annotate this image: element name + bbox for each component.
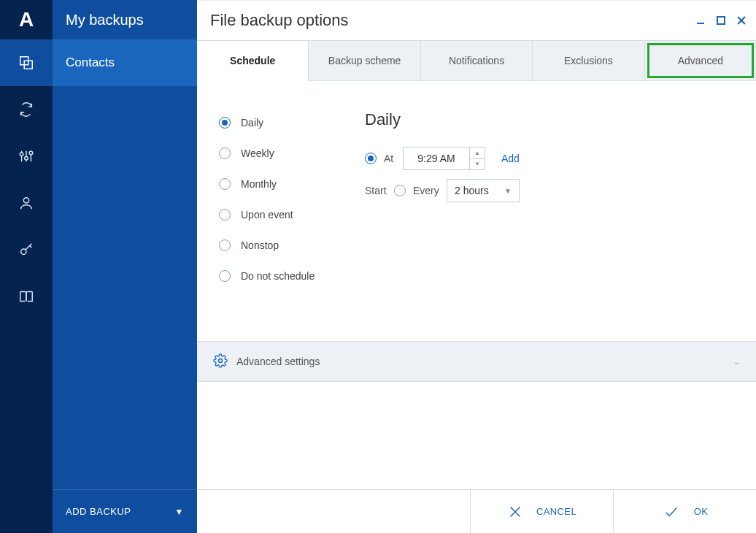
- backup-item-label: Contacts: [66, 55, 115, 70]
- rail-account-icon[interactable]: [0, 180, 53, 226]
- svg-point-9: [21, 249, 26, 254]
- tab-label: Notifications: [449, 55, 504, 66]
- backup-list-header: My backups: [53, 0, 197, 39]
- window-minimize-button[interactable]: [690, 10, 711, 31]
- cancel-button[interactable]: CANCEL: [470, 490, 613, 533]
- tab-label: Schedule: [230, 55, 275, 66]
- tab-exclusions[interactable]: Exclusions: [533, 41, 644, 80]
- tab-notifications[interactable]: Notifications: [421, 41, 533, 80]
- tab-advanced[interactable]: Advanced: [645, 41, 756, 80]
- select-value: 2 hours: [455, 185, 489, 196]
- add-backup-label: ADD BACKUP: [66, 506, 131, 517]
- chevron-down-icon: ▼: [504, 187, 512, 195]
- time-input[interactable]: 9:29 AM: [403, 147, 470, 170]
- schedule-option-monthly[interactable]: Monthly: [219, 169, 365, 199]
- rail-key-icon[interactable]: [0, 226, 53, 273]
- svg-point-3: [20, 153, 23, 156]
- schedule-option-daily[interactable]: Daily: [219, 107, 365, 138]
- tab-label: Exclusions: [564, 55, 613, 66]
- advanced-settings-label: Advanced settings: [236, 356, 320, 367]
- backup-list-panel: My backups Contacts ADD BACKUP ▼: [53, 0, 197, 533]
- dialog-footer: CANCEL OK: [197, 489, 756, 533]
- main-panel: File backup options Schedule Backup sche…: [197, 0, 756, 533]
- nav-rail: A: [0, 0, 53, 533]
- gear-icon: [213, 353, 228, 370]
- options-tabs: Schedule Backup scheme Notifications Exc…: [197, 40, 756, 81]
- title-bar: File backup options: [197, 1, 756, 40]
- schedule-option-upon-event[interactable]: Upon event: [219, 199, 365, 230]
- radio-label: Weekly: [241, 147, 274, 159]
- radio-icon: [219, 117, 231, 129]
- schedule-option-nonstop[interactable]: Nonstop: [219, 230, 365, 261]
- schedule-detail: Daily At 9:29 AM ▲ ▼ Add: [365, 107, 520, 341]
- radio-icon[interactable]: [365, 153, 377, 164]
- schedule-mode-list: Daily Weekly Monthly Upon event Nonstop …: [219, 107, 365, 341]
- schedule-option-weekly[interactable]: Weekly: [219, 138, 365, 169]
- every-interval-select[interactable]: 2 hours ▼: [447, 179, 520, 202]
- svg-point-8: [23, 198, 28, 203]
- tab-backup-scheme[interactable]: Backup scheme: [309, 41, 420, 80]
- rail-sync-icon[interactable]: [0, 86, 53, 133]
- schedule-detail-heading: Daily: [365, 110, 520, 129]
- rail-book-icon[interactable]: [0, 273, 53, 320]
- svg-point-16: [219, 358, 223, 362]
- radio-label: Daily: [241, 117, 263, 129]
- window-close-button[interactable]: [731, 10, 752, 31]
- svg-point-5: [25, 156, 28, 160]
- add-backup-button[interactable]: ADD BACKUP ▼: [53, 489, 197, 533]
- radio-label: Upon event: [241, 209, 293, 221]
- radio-icon: [219, 178, 231, 190]
- start-label: Start: [365, 185, 394, 196]
- tab-schedule[interactable]: Schedule: [197, 41, 309, 81]
- svg-point-7: [29, 151, 33, 155]
- every-label: Every: [413, 185, 447, 196]
- radio-icon[interactable]: [394, 185, 406, 196]
- chevron-down-icon: ⌄: [733, 357, 740, 367]
- svg-rect-13: [717, 17, 725, 24]
- chevron-down-icon[interactable]: ▼: [470, 159, 485, 170]
- chevron-up-icon[interactable]: ▲: [470, 147, 485, 159]
- backup-item-contacts[interactable]: Contacts: [53, 39, 197, 86]
- tab-label: Backup scheme: [328, 55, 401, 66]
- radio-icon: [219, 239, 231, 251]
- advanced-settings-toggle[interactable]: Advanced settings ⌄: [197, 341, 756, 382]
- at-label: At: [384, 153, 403, 164]
- chevron-down-icon: ▼: [175, 507, 184, 517]
- radio-icon: [219, 209, 231, 221]
- cancel-label: CANCEL: [536, 506, 576, 517]
- tab-content: Daily Weekly Monthly Upon event Nonstop …: [197, 81, 756, 533]
- rail-backup-icon[interactable]: [0, 39, 53, 86]
- ok-label: OK: [694, 506, 709, 517]
- radio-label: Monthly: [241, 178, 277, 190]
- svg-line-11: [30, 246, 32, 248]
- time-stepper[interactable]: ▲ ▼: [470, 147, 485, 170]
- tab-label: Advanced: [678, 55, 723, 66]
- app-logo: A: [0, 0, 53, 39]
- window-maximize-button[interactable]: [711, 10, 731, 31]
- schedule-option-do-not-schedule[interactable]: Do not schedule: [219, 261, 365, 291]
- radio-icon: [219, 270, 231, 282]
- radio-icon: [219, 147, 231, 159]
- add-time-link[interactable]: Add: [501, 153, 520, 164]
- rail-tools-icon[interactable]: [0, 133, 53, 180]
- radio-label: Nonstop: [241, 239, 279, 251]
- page-title: File backup options: [210, 11, 690, 30]
- radio-label: Do not schedule: [241, 270, 315, 282]
- ok-button[interactable]: OK: [613, 490, 756, 533]
